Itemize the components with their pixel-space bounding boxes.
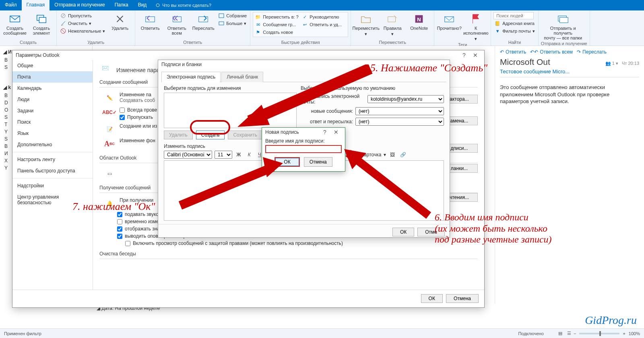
options-ok-button[interactable]: ОК (421, 294, 443, 303)
opt-nav-search[interactable]: Поиск (12, 116, 93, 128)
image-button[interactable]: 🖼 (388, 151, 396, 159)
reading-pane: ↶Ответить ↶↶Ответить всем ↷Переслать Mic… (495, 46, 644, 304)
rules-icon (386, 13, 398, 25)
tell-me[interactable]: Что вы хотите сделать? (151, 0, 211, 10)
opt-nav-addins[interactable]: Надстройки (12, 180, 93, 191)
qs-moveto[interactable]: 📁Переместить в: ? (254, 13, 300, 21)
chk-desktop-alert[interactable] (117, 234, 122, 239)
forward-link[interactable]: ↷Переслать (577, 49, 607, 55)
chk-tray[interactable] (117, 226, 122, 232)
qs-createnew[interactable]: ⚑Создать новое (254, 29, 300, 36)
opt-nav-general[interactable]: Общие (12, 60, 93, 71)
pencil-icon: ✏️ (103, 92, 116, 104)
sig-cancel-button[interactable]: Отме (417, 228, 445, 236)
reply-all-link[interactable]: ↶↶Ответить всем (530, 49, 573, 55)
svg-rect-3 (39, 17, 46, 23)
sig-acct-select[interactable]: kotoldiniups@yandex.ru (367, 95, 444, 103)
link-button[interactable]: 🔗 (399, 151, 407, 159)
newsig-name-input[interactable] (265, 145, 342, 153)
new-mail-button[interactable]: Создать сообщение (2, 12, 27, 35)
newsig-help-button[interactable]: ? (319, 129, 330, 135)
cleanup-button[interactable]: Очистить ▾ (59, 20, 106, 27)
sig-delete-button[interactable]: Удалить (164, 131, 193, 139)
reply-link[interactable]: ↶Ответить (500, 49, 526, 55)
junk-button[interactable]: Нежелательные ▾ (59, 27, 106, 35)
sig-tab-stationery[interactable]: Личный бланк (221, 72, 263, 82)
sig-ok-button[interactable]: ОК (392, 228, 414, 236)
read-button[interactable]: Прочитано? (437, 12, 462, 31)
sig-replies-label: ответ и пересылка: (310, 119, 353, 124)
rules-button[interactable]: Правила ▾ (380, 12, 405, 37)
new-item-button[interactable]: Создать элемент (29, 12, 54, 35)
team-icon: ✉ (255, 21, 261, 28)
options-cancel-button[interactable]: Отмена (446, 294, 479, 303)
chk-always[interactable] (120, 108, 125, 113)
chk-sound[interactable] (117, 212, 122, 217)
reply-icon (144, 13, 156, 25)
address-book-button[interactable]: 📒Адресная книга (493, 20, 536, 27)
qs-replydel[interactable]: ↩Ответить и уд... (301, 21, 347, 28)
move-button[interactable]: Переместить ▾ (353, 12, 378, 37)
ignore-button[interactable]: Пропустить (59, 12, 106, 19)
newsig-close-button[interactable]: ✕ (330, 129, 342, 135)
italic-button[interactable]: К (245, 151, 253, 159)
opt-nav-calendar[interactable]: Календарь (12, 83, 93, 94)
opt-nav-trust[interactable]: Центр управления безопасностью (12, 191, 93, 208)
opt-nav-mail[interactable]: Почта (12, 71, 93, 83)
tab-file[interactable]: Файл (0, 0, 22, 10)
newsig-ok-button[interactable]: ОК (275, 158, 299, 166)
bold-button[interactable]: Ж (235, 151, 243, 159)
manager-icon: ✓ (301, 14, 308, 20)
search-people-input[interactable] (493, 12, 534, 19)
opt-nav-advanced[interactable]: Дополнительно (12, 139, 93, 150)
filter-mail-button[interactable]: ▼Фильтр почты ▾ (493, 27, 536, 35)
people-icon: 👥 (605, 61, 611, 66)
forward-button[interactable]: Переслать (191, 12, 216, 31)
opt-nav-lang[interactable]: Язык (12, 128, 93, 139)
zoom-in-button[interactable]: + (623, 331, 625, 336)
opt-nav-qat[interactable]: Панель быстрого доступа (12, 165, 93, 176)
reply-button[interactable]: Ответить (138, 12, 163, 31)
opt-nav-people[interactable]: Люди (12, 94, 93, 105)
sig-newmsg-select[interactable]: (нет) (355, 107, 444, 115)
chk-rights[interactable] (125, 241, 130, 246)
options-close-button[interactable]: ✕ (470, 52, 481, 58)
delete-icon (114, 13, 126, 25)
sendrecv-all-button[interactable]: Отправить и получить почту — все папки (541, 12, 585, 40)
zoom-slider[interactable] (579, 333, 619, 334)
read-icon (443, 13, 455, 25)
chk-skip[interactable] (120, 115, 125, 120)
watermark: GidProg.ru (585, 314, 637, 327)
more-respond-button[interactable]: Больше ▾ (217, 20, 248, 27)
mail-icon (9, 13, 21, 25)
newsig-cancel-button[interactable]: Отмена (304, 157, 332, 167)
view-normal-icon[interactable]: ▤ (556, 331, 565, 336)
sig-size-select[interactable]: 11 (215, 151, 232, 159)
sig-font-select[interactable]: Calibri (Основной те (164, 151, 212, 159)
qs-team[interactable]: ✉Сообщение гр... (254, 21, 300, 28)
followup-button[interactable]: К исполнению ▾ (463, 12, 488, 41)
sig-save-button[interactable]: Сохранить (228, 131, 262, 139)
options-help-button[interactable]: ? (458, 52, 470, 58)
onenote-button[interactable]: NOneNote (407, 12, 431, 31)
tab-view[interactable]: Вид (133, 0, 152, 10)
sig-create-button[interactable]: Создать (196, 131, 225, 139)
meeting-icon (218, 12, 225, 19)
meeting-button[interactable]: Собрание (217, 12, 248, 19)
tab-folder[interactable]: Папка (110, 0, 133, 10)
qs-manager[interactable]: ✓Руководителю (301, 13, 347, 21)
signature-list[interactable] (164, 93, 297, 128)
tab-sendrecv[interactable]: Отправка и получение (50, 0, 109, 10)
opt-nav-customize-ribbon[interactable]: Настроить ленту (12, 154, 93, 165)
view-reading-icon[interactable]: ☰ (565, 331, 574, 336)
reply-all-button[interactable]: Ответить всем (164, 12, 189, 35)
opt-nav-tasks[interactable]: Задачи (12, 105, 93, 116)
tab-home[interactable]: Главная (22, 0, 50, 10)
vcard-button[interactable]: Визитная карточка (339, 152, 381, 158)
funnel-icon: ▼ (494, 28, 501, 34)
sig-tab-signature[interactable]: Электронная подпись (161, 72, 221, 82)
chk-cursor[interactable] (117, 219, 122, 224)
zoom-out-button[interactable]: − (574, 331, 576, 336)
delete-button[interactable]: Удалить (107, 12, 132, 31)
sig-replies-select[interactable]: (нет) (355, 118, 444, 126)
